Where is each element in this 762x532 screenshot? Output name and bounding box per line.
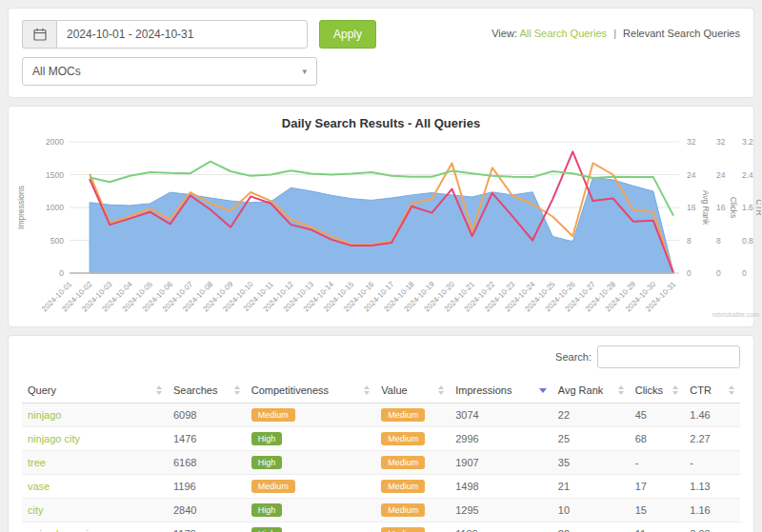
impressions-cell: 3074 <box>450 404 552 427</box>
table-row: ninjago6098MediumMedium307422451.46 <box>22 404 740 427</box>
svg-text:500: 500 <box>50 236 64 246</box>
query-link[interactable]: city <box>28 504 44 516</box>
view-separator: | <box>613 28 616 39</box>
svg-text:24: 24 <box>716 170 726 180</box>
badge-medium: Medium <box>381 432 425 445</box>
badge-high: High <box>251 527 283 532</box>
avg-rank-cell: 22 <box>552 522 630 532</box>
ctr-cell: 1.46 <box>684 404 740 427</box>
moc-select-value: All MOCs <box>32 65 81 78</box>
svg-text:32: 32 <box>716 137 726 147</box>
sort-icon <box>364 385 370 395</box>
svg-text:1000: 1000 <box>46 203 64 212</box>
svg-text:32: 32 <box>687 137 696 147</box>
clicks-cell: - <box>630 451 685 475</box>
moc-select[interactable]: All MOCs ▾ <box>22 57 317 86</box>
column-label-searches: Searches <box>173 384 217 396</box>
svg-text:1500: 1500 <box>46 170 64 180</box>
svg-text:Clicks: Clicks <box>729 197 738 219</box>
svg-text:0: 0 <box>742 268 747 278</box>
column-label-ctr: CTR <box>690 384 712 396</box>
ctr-cell: 1.13 <box>684 475 740 499</box>
table-row: tree6168HighMedium190735-- <box>22 451 740 475</box>
badge-medium: Medium <box>381 480 425 493</box>
svg-text:16: 16 <box>687 203 696 212</box>
competitiveness-cell: High <box>246 451 376 475</box>
column-header-competitiveness[interactable]: Competitiveness <box>246 378 376 404</box>
competitiveness-cell: High <box>246 499 376 522</box>
query-link[interactable]: vase <box>28 481 50 492</box>
competitiveness-cell: High <box>246 427 376 451</box>
column-label-value: Value <box>381 384 407 396</box>
sort-icon <box>618 385 624 395</box>
column-header-value[interactable]: Value <box>375 378 450 404</box>
sort-icon <box>672 385 678 395</box>
badge-medium: Medium <box>381 503 425 517</box>
value-cell: Medium <box>375 522 450 532</box>
table-row: animal crossing1178HighMedium118922110.9… <box>22 522 740 532</box>
avg-rank-cell: 10 <box>552 499 630 522</box>
svg-text:0: 0 <box>687 268 692 278</box>
column-header-impressions[interactable]: Impressions <box>450 378 552 404</box>
chart-title: Daily Search Results - All Queries <box>14 116 748 130</box>
svg-text:2.4: 2.4 <box>742 170 753 180</box>
clicks-cell: 45 <box>630 404 685 427</box>
view-label: View: <box>491 28 517 39</box>
searches-cell: 1196 <box>168 475 246 499</box>
sort-desc-icon <box>539 388 547 393</box>
badge-high: High <box>251 503 283 517</box>
svg-text:24: 24 <box>687 170 696 180</box>
svg-text:Avg Rank: Avg Rank <box>701 190 711 226</box>
avg-rank-cell: 21 <box>552 475 630 499</box>
svg-text:0: 0 <box>59 268 64 278</box>
query-link[interactable]: ninjago city <box>28 433 80 444</box>
queries-table-panel: Search: QuerySearchesCompetitivenessValu… <box>8 335 754 532</box>
impressions-cell: 2996 <box>450 427 552 451</box>
filter-panel: View: All Search Queries | Relevant Sear… <box>8 8 754 98</box>
searches-cell: 6098 <box>168 404 246 427</box>
query-link[interactable]: animal crossing <box>28 528 100 532</box>
date-range-input[interactable] <box>56 20 308 49</box>
view-relevant-search-queries-link[interactable]: Relevant Search Queries <box>623 28 740 39</box>
apply-button[interactable]: Apply <box>319 20 376 49</box>
ctr-cell: 0.93 <box>684 522 740 532</box>
calendar-icon <box>22 20 56 49</box>
column-header-ctr[interactable]: CTR <box>684 378 740 404</box>
searches-cell: 1476 <box>168 427 246 451</box>
query-link[interactable]: ninjago <box>28 409 61 421</box>
badge-medium: Medium <box>251 480 295 493</box>
clicks-cell: 17 <box>630 475 685 499</box>
value-cell: Medium <box>375 451 450 475</box>
date-range-group <box>22 20 308 49</box>
svg-text:0.8: 0.8 <box>742 236 753 246</box>
column-header-avg-rank[interactable]: Avg Rank <box>552 378 630 404</box>
column-header-clicks[interactable]: Clicks <box>630 378 685 404</box>
column-label-competitiveness: Competitiveness <box>251 384 329 396</box>
queries-table: QuerySearchesCompetitivenessValueImpress… <box>22 378 740 532</box>
value-cell: Medium <box>375 427 450 451</box>
chart-panel: Daily Search Results - All Queries 05001… <box>8 106 754 327</box>
svg-text:8: 8 <box>687 236 692 246</box>
searches-cell: 2840 <box>168 499 246 522</box>
sort-icon <box>156 385 162 395</box>
column-header-query[interactable]: Query <box>22 378 168 404</box>
ctr-cell: 1.16 <box>684 499 740 522</box>
view-switcher: View: All Search Queries | Relevant Sear… <box>491 28 740 39</box>
sort-icon <box>438 385 444 395</box>
table-search-input[interactable] <box>597 345 740 368</box>
table-row: vase1196MediumMedium149821171.13 <box>22 475 740 499</box>
svg-text:8: 8 <box>716 236 721 246</box>
svg-text:3.2: 3.2 <box>742 137 753 147</box>
column-header-searches[interactable]: Searches <box>168 378 246 404</box>
view-all-search-queries-link[interactable]: All Search Queries <box>519 28 607 39</box>
svg-text:16: 16 <box>716 203 726 212</box>
badge-medium: Medium <box>381 408 425 422</box>
column-label-impressions: Impressions <box>455 384 511 396</box>
query-link[interactable]: tree <box>28 457 46 468</box>
table-row: ninjago city1476HighMedium299625682.27 <box>22 427 740 451</box>
impressions-cell: 1907 <box>450 451 552 475</box>
avg-rank-cell: 22 <box>552 404 630 427</box>
value-cell: Medium <box>375 499 450 522</box>
competitiveness-cell: Medium <box>246 475 376 499</box>
daily-chart-svg: 0500100015002000081624320816243200.81.62… <box>14 134 761 321</box>
